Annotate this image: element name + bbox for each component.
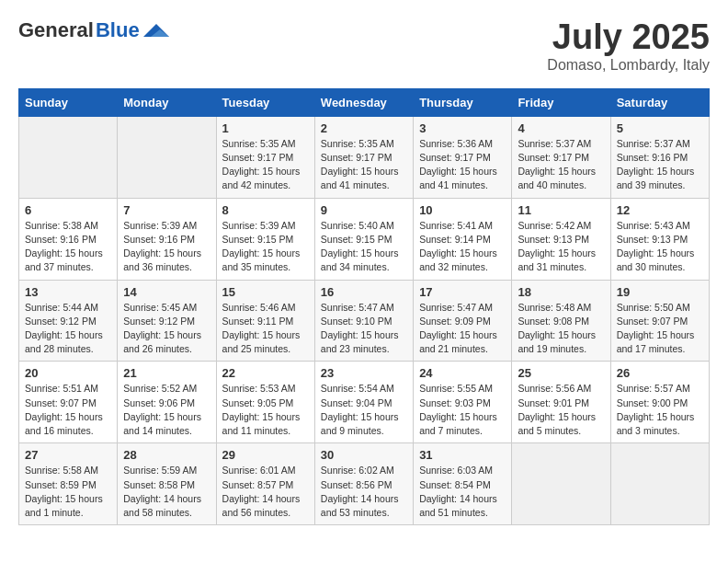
day-info: Sunrise: 5:54 AMSunset: 9:04 PMDaylight:…	[321, 382, 407, 438]
day-info: Sunrise: 5:36 AMSunset: 9:17 PMDaylight:…	[419, 137, 506, 193]
calendar-cell: 27Sunrise: 5:58 AMSunset: 8:59 PMDayligh…	[19, 443, 118, 525]
calendar-cell: 31Sunrise: 6:03 AMSunset: 8:54 PMDayligh…	[414, 443, 512, 525]
column-header-wednesday: Wednesday	[314, 88, 413, 116]
day-number: 7	[123, 203, 210, 217]
day-info: Sunrise: 6:01 AMSunset: 8:57 PMDaylight:…	[222, 464, 309, 520]
day-info: Sunrise: 5:50 AMSunset: 9:07 PMDaylight:…	[617, 301, 703, 357]
calendar-cell: 5Sunrise: 5:37 AMSunset: 9:16 PMDaylight…	[610, 116, 709, 198]
day-info: Sunrise: 5:42 AMSunset: 9:13 PMDaylight:…	[518, 219, 604, 275]
calendar-cell: 21Sunrise: 5:52 AMSunset: 9:06 PMDayligh…	[118, 362, 216, 443]
logo-blue: Blue	[96, 18, 140, 42]
calendar-cell: 23Sunrise: 5:54 AMSunset: 9:04 PMDayligh…	[314, 362, 413, 443]
day-number: 11	[518, 203, 604, 217]
logo-general: General	[18, 18, 94, 42]
day-number: 30	[321, 448, 407, 462]
day-info: Sunrise: 5:52 AMSunset: 9:06 PMDaylight:…	[123, 382, 210, 438]
day-number: 17	[419, 285, 506, 299]
day-number: 9	[321, 203, 407, 217]
day-info: Sunrise: 5:37 AMSunset: 9:16 PMDaylight:…	[617, 137, 703, 193]
calendar-cell: 15Sunrise: 5:46 AMSunset: 9:11 PMDayligh…	[216, 280, 314, 362]
calendar-cell: 18Sunrise: 5:48 AMSunset: 9:08 PMDayligh…	[512, 280, 610, 362]
calendar-cell: 7Sunrise: 5:39 AMSunset: 9:16 PMDaylight…	[118, 198, 216, 280]
day-number: 24	[419, 366, 506, 380]
logo: General Blue	[18, 18, 171, 42]
day-number: 23	[321, 366, 407, 380]
calendar-table: SundayMondayTuesdayWednesdayThursdayFrid…	[18, 88, 710, 525]
page-header: General Blue July 2025 Domaso, Lombardy,…	[18, 18, 710, 74]
day-info: Sunrise: 5:41 AMSunset: 9:14 PMDaylight:…	[419, 219, 506, 275]
column-header-friday: Friday	[512, 88, 610, 116]
day-number: 19	[617, 285, 703, 299]
day-info: Sunrise: 5:47 AMSunset: 9:09 PMDaylight:…	[419, 301, 506, 357]
calendar-cell: 4Sunrise: 5:37 AMSunset: 9:17 PMDaylight…	[512, 116, 610, 198]
day-info: Sunrise: 5:56 AMSunset: 9:01 PMDaylight:…	[518, 382, 604, 438]
day-number: 28	[123, 448, 210, 462]
day-number: 4	[518, 121, 604, 135]
column-header-monday: Monday	[118, 88, 216, 116]
column-header-sunday: Sunday	[19, 88, 118, 116]
title-area: July 2025 Domaso, Lombardy, Italy	[547, 18, 710, 74]
day-number: 1	[222, 121, 309, 135]
day-info: Sunrise: 6:02 AMSunset: 8:56 PMDaylight:…	[321, 464, 407, 520]
location: Domaso, Lombardy, Italy	[547, 57, 710, 74]
calendar-week-row: 27Sunrise: 5:58 AMSunset: 8:59 PMDayligh…	[19, 443, 710, 525]
calendar-cell: 13Sunrise: 5:44 AMSunset: 9:12 PMDayligh…	[19, 280, 118, 362]
calendar-cell: 10Sunrise: 5:41 AMSunset: 9:14 PMDayligh…	[414, 198, 512, 280]
day-info: Sunrise: 5:35 AMSunset: 9:17 PMDaylight:…	[222, 137, 309, 193]
calendar-week-row: 1Sunrise: 5:35 AMSunset: 9:17 PMDaylight…	[19, 116, 710, 198]
calendar-cell	[512, 443, 610, 525]
logo-icon	[143, 20, 171, 40]
day-info: Sunrise: 5:35 AMSunset: 9:17 PMDaylight:…	[321, 137, 407, 193]
day-number: 5	[617, 121, 703, 135]
day-number: 25	[518, 366, 604, 380]
day-info: Sunrise: 5:47 AMSunset: 9:10 PMDaylight:…	[321, 301, 407, 357]
day-info: Sunrise: 5:40 AMSunset: 9:15 PMDaylight:…	[321, 219, 407, 275]
day-number: 8	[222, 203, 309, 217]
calendar-cell: 8Sunrise: 5:39 AMSunset: 9:15 PMDaylight…	[216, 198, 314, 280]
day-info: Sunrise: 5:59 AMSunset: 8:58 PMDaylight:…	[123, 464, 210, 520]
day-number: 31	[419, 448, 506, 462]
day-number: 18	[518, 285, 604, 299]
day-number: 10	[419, 203, 506, 217]
day-info: Sunrise: 5:57 AMSunset: 9:00 PMDaylight:…	[617, 382, 703, 438]
calendar-cell: 30Sunrise: 6:02 AMSunset: 8:56 PMDayligh…	[314, 443, 413, 525]
day-number: 27	[25, 448, 111, 462]
day-number: 21	[123, 366, 210, 380]
calendar-cell: 28Sunrise: 5:59 AMSunset: 8:58 PMDayligh…	[118, 443, 216, 525]
day-info: Sunrise: 5:39 AMSunset: 9:16 PMDaylight:…	[123, 219, 210, 275]
calendar-cell: 26Sunrise: 5:57 AMSunset: 9:00 PMDayligh…	[610, 362, 709, 443]
day-number: 6	[25, 203, 111, 217]
day-info: Sunrise: 5:38 AMSunset: 9:16 PMDaylight:…	[25, 219, 111, 275]
day-number: 22	[222, 366, 309, 380]
day-info: Sunrise: 5:43 AMSunset: 9:13 PMDaylight:…	[617, 219, 703, 275]
day-number: 12	[617, 203, 703, 217]
calendar-cell: 11Sunrise: 5:42 AMSunset: 9:13 PMDayligh…	[512, 198, 610, 280]
calendar-cell: 19Sunrise: 5:50 AMSunset: 9:07 PMDayligh…	[610, 280, 709, 362]
day-number: 16	[321, 285, 407, 299]
day-info: Sunrise: 5:51 AMSunset: 9:07 PMDaylight:…	[25, 382, 111, 438]
month-title: July 2025	[547, 18, 710, 57]
day-info: Sunrise: 5:39 AMSunset: 9:15 PMDaylight:…	[222, 219, 309, 275]
column-header-tuesday: Tuesday	[216, 88, 314, 116]
day-info: Sunrise: 5:48 AMSunset: 9:08 PMDaylight:…	[518, 301, 604, 357]
day-info: Sunrise: 5:58 AMSunset: 8:59 PMDaylight:…	[25, 464, 111, 520]
day-number: 3	[419, 121, 506, 135]
column-header-saturday: Saturday	[610, 88, 709, 116]
calendar-cell: 25Sunrise: 5:56 AMSunset: 9:01 PMDayligh…	[512, 362, 610, 443]
day-info: Sunrise: 5:46 AMSunset: 9:11 PMDaylight:…	[222, 301, 309, 357]
calendar-cell: 1Sunrise: 5:35 AMSunset: 9:17 PMDaylight…	[216, 116, 314, 198]
calendar-cell: 24Sunrise: 5:55 AMSunset: 9:03 PMDayligh…	[414, 362, 512, 443]
calendar-cell	[19, 116, 118, 198]
day-number: 2	[321, 121, 407, 135]
calendar-cell: 16Sunrise: 5:47 AMSunset: 9:10 PMDayligh…	[314, 280, 413, 362]
calendar-cell: 29Sunrise: 6:01 AMSunset: 8:57 PMDayligh…	[216, 443, 314, 525]
calendar-cell: 12Sunrise: 5:43 AMSunset: 9:13 PMDayligh…	[610, 198, 709, 280]
day-info: Sunrise: 5:53 AMSunset: 9:05 PMDaylight:…	[222, 382, 309, 438]
day-number: 20	[25, 366, 111, 380]
day-number: 15	[222, 285, 309, 299]
calendar-cell	[610, 443, 709, 525]
day-number: 29	[222, 448, 309, 462]
calendar-cell	[118, 116, 216, 198]
calendar-cell: 20Sunrise: 5:51 AMSunset: 9:07 PMDayligh…	[19, 362, 118, 443]
column-header-thursday: Thursday	[414, 88, 512, 116]
